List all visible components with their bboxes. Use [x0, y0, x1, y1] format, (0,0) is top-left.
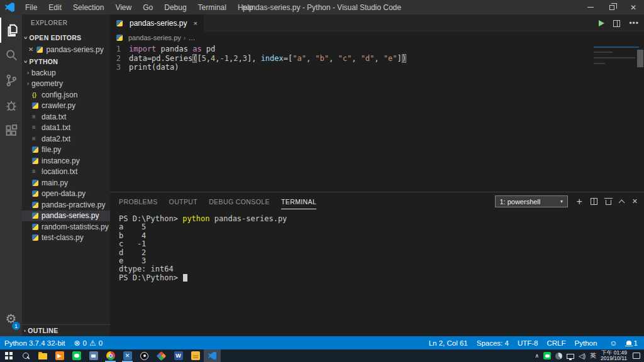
menu-file[interactable]: File [20, 2, 42, 13]
notifications-bell[interactable]: 1 [622, 336, 644, 349]
volume-icon[interactable]: ◁) [579, 353, 586, 359]
sidebar-file-item[interactable]: ›backup [22, 67, 110, 79]
sidebar-file-item[interactable]: {}config.json [22, 89, 110, 101]
sidebar-file-item[interactable]: ≡data.txt [22, 111, 110, 123]
close-button[interactable]: ✕ [623, 0, 644, 14]
terminal-output[interactable]: PS D:\Python> python pandas-series.pya 5… [110, 211, 644, 336]
more-actions-icon[interactable]: ••• [629, 19, 639, 28]
close-icon[interactable]: ✕ [28, 46, 33, 53]
panel-tab-output[interactable]: OUTPUT [169, 194, 198, 209]
ime-language-indicator[interactable]: 英 [590, 351, 596, 360]
code-text: data=pd.Series([5,4,-1,2,3], index=["a",… [129, 54, 406, 63]
panel-tab-problems[interactable]: PROBLEMS [119, 194, 158, 209]
folder-section-header[interactable]: ˅ PYTHON [22, 55, 110, 67]
line-tray-icon[interactable] [543, 352, 551, 359]
open-editor-item[interactable]: ✕ pandas-series.py [22, 43, 110, 55]
restore-button[interactable] [601, 0, 623, 14]
editor-scrollbar[interactable] [636, 43, 644, 192]
menu-debug[interactable]: Debug [159, 2, 191, 13]
source-control-icon[interactable] [0, 68, 22, 93]
minimap[interactable] [594, 43, 635, 94]
problems-status[interactable]: ⊗ 0 ⚠ 0 [70, 336, 108, 349]
extensions-icon[interactable] [0, 118, 22, 143]
x-app-icon[interactable]: ✕ [119, 349, 136, 362]
target-app-icon[interactable] [136, 349, 153, 362]
line-messenger-icon[interactable] [68, 349, 85, 362]
file-explorer-icon[interactable] [34, 349, 51, 362]
vscode-icon[interactable] [204, 349, 221, 362]
python-interpreter-status[interactable]: Python 3.7.4 32-bit [0, 336, 70, 349]
debug-icon[interactable] [0, 93, 22, 118]
status-python[interactable]: Python [570, 336, 602, 349]
line-number[interactable]: 3 [110, 63, 129, 72]
menu-go[interactable]: Go [138, 2, 158, 13]
tab-pandas-series[interactable]: pandas-series.py × [110, 14, 204, 32]
token: "b" [315, 54, 329, 63]
sidebar-file-item[interactable]: random-statistics.py [22, 221, 110, 233]
sidebar-file-item[interactable]: test-class.py [22, 233, 110, 244]
kill-terminal-icon[interactable] [606, 200, 611, 205]
sidebar-file-item[interactable]: main.py [22, 177, 110, 189]
new-terminal-icon[interactable]: + [576, 197, 582, 207]
line-number[interactable]: 1 [110, 45, 129, 54]
sidebar-file-item[interactable]: pandas-series.py [22, 211, 110, 222]
taskbar-search-icon[interactable] [17, 349, 34, 362]
network-icon[interactable] [567, 354, 574, 359]
feedback-smiley-icon[interactable]: ☺ [605, 336, 621, 349]
manage-gear-icon[interactable]: ⚙ 1 [0, 306, 22, 331]
terminal-selector-dropdown[interactable]: 1: powershell ▼ [495, 195, 568, 207]
sidebar-file-item[interactable]: pandas-practive.py [22, 199, 110, 211]
menu-view[interactable]: View [110, 2, 136, 13]
sidebar-file-item[interactable]: file.py [22, 145, 110, 156]
scrollbar-thumb[interactable] [637, 50, 643, 67]
code-line[interactable]: 1import pandas as pd [110, 45, 644, 54]
menu-help[interactable]: Help [233, 2, 258, 13]
panel-tabs: PROBLEMSOUTPUTDEBUG CONSOLETERMINAL [119, 194, 316, 209]
code-editor[interactable]: 1import pandas as pd2data=pd.Series([5,4… [110, 43, 644, 192]
explorer-icon[interactable] [0, 18, 22, 43]
status-crlf[interactable]: CRLF [542, 336, 570, 349]
open-editors-header[interactable]: ˅ OPEN EDITORS [22, 31, 110, 43]
start-button-icon[interactable] [0, 349, 17, 362]
maximize-panel-icon[interactable] [618, 199, 625, 206]
media-player-icon[interactable]: ▶ [51, 349, 68, 362]
sidebar-file-item[interactable]: ≡data1.txt [22, 123, 110, 134]
code-line[interactable]: 3print(data) [110, 63, 644, 72]
close-panel-icon[interactable]: ✕ [632, 197, 638, 206]
panel-tab-terminal[interactable]: TERMINAL [281, 194, 316, 209]
sticky-notes-icon[interactable] [187, 349, 204, 362]
sidebar-file-item[interactable]: ≡location.txt [22, 167, 110, 178]
split-terminal-icon[interactable] [591, 198, 597, 205]
code-line[interactable]: 2data=pd.Series([5,4,-1,2,3], index=["a"… [110, 54, 644, 63]
status-ln[interactable]: Ln 2, Col 61 [425, 336, 472, 349]
run-python-button[interactable] [599, 20, 604, 26]
line-number[interactable]: 2 [110, 54, 129, 63]
menu-terminal[interactable]: Terminal [193, 2, 231, 13]
minimize-button[interactable] [580, 0, 601, 14]
sidebar-file-item[interactable]: ≡data2.txt [22, 133, 110, 145]
outline-header[interactable]: › OUTLINE [22, 324, 110, 336]
sidebar-file-item[interactable]: ›geometry [22, 79, 110, 90]
tray-app-icon[interactable] [555, 353, 562, 359]
status-utf-8[interactable]: UTF-8 [513, 336, 543, 349]
chat-app-icon[interactable] [85, 349, 102, 362]
clock[interactable]: 下午 01:49 2019/10/11 [601, 350, 627, 362]
status-spaces[interactable]: Spaces: 4 [472, 336, 513, 349]
sidebar-file-item[interactable]: instance.py [22, 155, 110, 167]
hidden-icons-chevron-icon[interactable]: ∧ [535, 353, 539, 359]
sidebar-file-item[interactable]: open-data.py [22, 189, 110, 200]
word-icon[interactable]: W [170, 349, 187, 362]
menu-edit[interactable]: Edit [43, 2, 67, 13]
menu-selection[interactable]: Selection [68, 2, 109, 13]
action-center-icon[interactable] [633, 353, 640, 359]
breadcrumb[interactable]: pandas-series.py › … [110, 32, 644, 43]
drawio-icon[interactable] [153, 349, 170, 362]
tab-close-icon[interactable]: × [193, 19, 197, 27]
search-icon[interactable] [0, 43, 22, 68]
token: "d" [361, 54, 375, 63]
sidebar-file-item[interactable]: crawler.py [22, 101, 110, 112]
token: pd [202, 45, 216, 53]
chrome-icon[interactable] [102, 349, 119, 362]
split-editor-icon[interactable] [613, 20, 620, 27]
panel-tab-debug-console[interactable]: DEBUG CONSOLE [209, 194, 270, 209]
